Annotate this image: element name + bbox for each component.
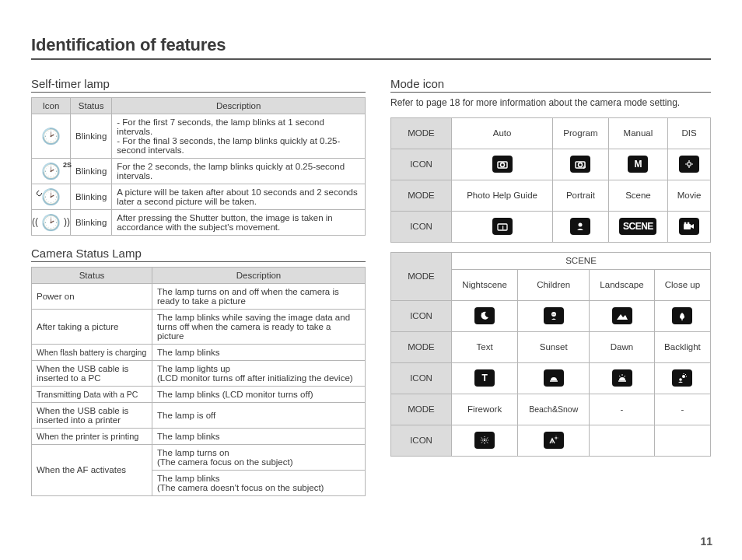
scene-header: SCENE bbox=[452, 252, 711, 269]
table-row: 🕑2S Blinking For the 2 seconds, the lamp… bbox=[32, 158, 366, 184]
mode-table-scene: MODE SCENE Nightscene Children Landscape… bbox=[390, 252, 711, 457]
svg-line-28 bbox=[485, 437, 488, 440]
svg-point-26 bbox=[680, 378, 683, 381]
mode-cell: Children bbox=[518, 269, 590, 300]
table-row: MODE Photo Help Guide Portrait Scene Mov… bbox=[391, 180, 711, 211]
svg-point-12 bbox=[481, 313, 483, 314]
beach-snow-icon bbox=[544, 432, 564, 449]
status-cell: When the AF activates bbox=[32, 444, 152, 495]
row-head-mode: MODE bbox=[391, 331, 452, 362]
svg-rect-9 bbox=[684, 224, 691, 229]
svg-point-8 bbox=[579, 223, 583, 227]
sunset-icon bbox=[544, 369, 564, 387]
status-cell: When the printer is printing bbox=[32, 428, 152, 444]
status-cell: When the USB cable is inserted to a PC bbox=[32, 360, 152, 386]
dawn-icon bbox=[612, 369, 632, 387]
svg-line-32 bbox=[481, 440, 485, 443]
page-title: Identification of features bbox=[31, 35, 711, 60]
auto-mode-icon bbox=[492, 156, 513, 173]
mode-cell: Nightscene bbox=[452, 269, 518, 300]
desc-cell: The lamp lights up (LCD monitor turns of… bbox=[152, 360, 366, 386]
table-row: ICON T bbox=[391, 362, 711, 394]
mode-cell: Sunset bbox=[518, 331, 590, 362]
table-row: MODE SCENE bbox=[391, 252, 711, 269]
svg-text:i: i bbox=[502, 224, 503, 231]
col-status: Status bbox=[71, 97, 112, 114]
scene-mode-icon: SCENE bbox=[619, 218, 656, 235]
mode-table-main: MODE Auto Program Manual DIS ICON P M MO… bbox=[390, 117, 711, 243]
desc-cell: The lamp turns on (The camera focus on t… bbox=[152, 444, 366, 470]
desc-cell: The lamp blinks bbox=[152, 428, 366, 444]
mode-cell: Close up bbox=[654, 269, 710, 300]
self-timer-double-icon: 🕑 bbox=[41, 189, 61, 205]
mode-cell: Landscape bbox=[590, 269, 655, 300]
svg-point-11 bbox=[688, 222, 690, 225]
svg-text:P: P bbox=[583, 165, 586, 169]
mode-cell: Scene bbox=[608, 180, 667, 211]
status-cell: Blinking bbox=[71, 114, 112, 158]
table-row: MODE Text Sunset Dawn Backlight bbox=[391, 331, 711, 362]
table-row: ICON bbox=[391, 425, 711, 456]
svg-rect-5 bbox=[688, 163, 691, 166]
firework-icon bbox=[474, 432, 495, 449]
table-row: When flash battery is chargingThe lamp b… bbox=[32, 344, 366, 360]
self-timer-10s-icon: 🕑 bbox=[41, 128, 61, 144]
svg-point-22 bbox=[682, 375, 685, 378]
svg-point-1 bbox=[500, 163, 504, 166]
status-cell: Blinking bbox=[71, 184, 112, 209]
col-desc: Description bbox=[152, 267, 366, 283]
svg-line-34 bbox=[481, 437, 485, 440]
left-column: Self-timer lamp Icon Status Description … bbox=[31, 74, 366, 496]
table-row: Transmitting Data with a PCThe lamp blin… bbox=[32, 386, 366, 402]
svg-line-20 bbox=[619, 376, 621, 377]
mode-icon-heading: Mode icon bbox=[390, 77, 711, 93]
svg-line-24 bbox=[685, 374, 686, 375]
table-row: 🕑 Blinking A picture will be taken after… bbox=[32, 184, 366, 209]
status-cell: Blinking bbox=[71, 158, 112, 184]
mode-cell: DIS bbox=[668, 117, 711, 149]
svg-point-36 bbox=[555, 437, 557, 439]
desc-cell: For the 2 seconds, the lamp blinks quick… bbox=[112, 158, 366, 184]
table-row: 🕑 Blinking - For the first 7 seconds, th… bbox=[32, 114, 366, 158]
table-row: When the USB cable is inserted into a pr… bbox=[32, 402, 366, 428]
camera-status-table: Status Description Power onThe lamp turn… bbox=[31, 267, 366, 496]
mode-cell: Beach&Snow bbox=[518, 394, 590, 425]
nightscene-icon bbox=[474, 307, 495, 324]
svg-point-3 bbox=[579, 163, 583, 166]
col-status: Status bbox=[32, 267, 152, 283]
motion-timer-icon: 🕑 bbox=[37, 215, 65, 230]
help-mode-icon: i bbox=[492, 218, 513, 235]
text-icon: T bbox=[474, 369, 495, 387]
desc-cell: The lamp blinks (LCD monitor turns off) bbox=[152, 386, 366, 402]
mode-note: Refer to page 18 for more information ab… bbox=[390, 97, 711, 108]
desc-cell: The lamp turns on and off when the camer… bbox=[152, 283, 366, 309]
svg-point-10 bbox=[684, 222, 687, 225]
table-row: 🕑 Blinking After pressing the Shutter bu… bbox=[32, 209, 366, 235]
row-head-mode: MODE bbox=[391, 394, 452, 425]
status-cell: Blinking bbox=[71, 209, 112, 235]
svg-point-15 bbox=[554, 314, 555, 315]
table-row: Power onThe lamp turns on and off when t… bbox=[32, 283, 366, 309]
desc-cell: The lamp blinks while saving the image d… bbox=[152, 309, 366, 344]
portrait-mode-icon bbox=[570, 218, 590, 235]
table-row: ICON P M bbox=[391, 149, 711, 180]
landscape-icon bbox=[612, 307, 632, 324]
row-head-icon: ICON bbox=[391, 425, 452, 456]
mode-cell: Dawn bbox=[590, 331, 655, 362]
table-row: MODE Auto Program Manual DIS bbox=[391, 117, 711, 149]
status-cell: After taking a picture bbox=[32, 309, 152, 344]
content-columns: Self-timer lamp Icon Status Description … bbox=[31, 74, 711, 496]
svg-line-30 bbox=[485, 440, 488, 443]
svg-rect-16 bbox=[682, 318, 683, 320]
mode-cell: Photo Help Guide bbox=[452, 180, 553, 211]
dis-mode-icon bbox=[679, 156, 699, 173]
table-row: After taking a pictureThe lamp blinks wh… bbox=[32, 309, 366, 344]
table-row: When the AF activates The lamp turns on … bbox=[32, 444, 366, 470]
self-timer-2s-icon: 🕑2S bbox=[41, 163, 61, 179]
mode-cell: Text bbox=[452, 331, 518, 362]
desc-cell: The lamp is off bbox=[152, 402, 366, 428]
desc-cell: After pressing the Shutter button, the i… bbox=[112, 209, 366, 235]
backlight-icon bbox=[672, 369, 692, 387]
svg-line-21 bbox=[624, 376, 625, 377]
mode-cell: Movie bbox=[668, 180, 711, 211]
